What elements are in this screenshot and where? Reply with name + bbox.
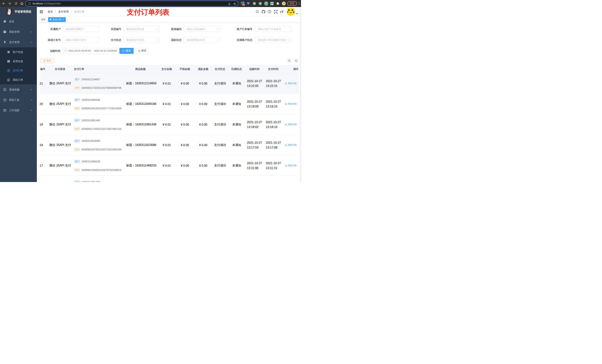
svg-text:10: 10 xyxy=(243,4,245,6)
